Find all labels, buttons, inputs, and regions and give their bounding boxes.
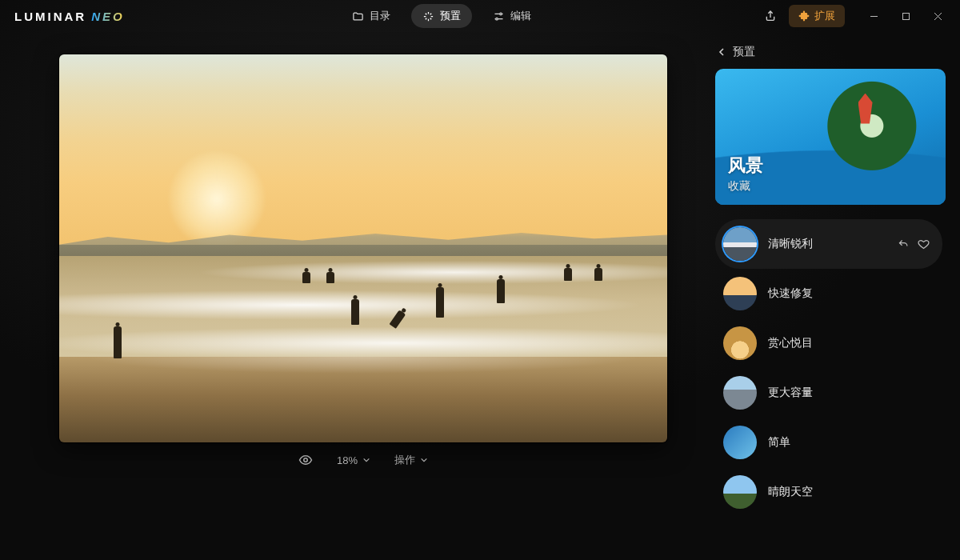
chevron-down-icon <box>362 456 370 464</box>
extensions-button[interactable]: 扩展 <box>789 5 845 27</box>
extensions-label: 扩展 <box>814 9 835 23</box>
nav-edit[interactable]: 编辑 <box>482 4 542 28</box>
window-controls <box>858 5 954 27</box>
app-window: LUMINAR NEO 目录 预置 编辑 扩展 <box>0 0 960 560</box>
svg-point-0 <box>500 13 502 15</box>
preset-item-quick[interactable]: 快速修复 <box>715 269 942 318</box>
preset-item-crisp[interactable]: 清晰锐利 <box>715 219 942 269</box>
preset-label: 清晰锐利 <box>768 237 886 251</box>
app-logo: LUMINAR NEO <box>14 10 125 23</box>
nav-presets-label: 预置 <box>440 9 461 23</box>
svg-rect-2 <box>902 13 909 19</box>
main-nav: 目录 预置 编辑 <box>125 4 758 28</box>
actions-label: 操作 <box>394 453 415 467</box>
window-close[interactable] <box>922 5 954 27</box>
svg-point-1 <box>496 18 498 20</box>
preset-thumb <box>723 475 757 509</box>
zoom-dropdown[interactable]: 18% <box>337 454 370 466</box>
sliders-icon <box>493 10 505 22</box>
puzzle-icon <box>798 10 810 22</box>
preset-label: 赏心悦目 <box>768 336 934 350</box>
preset-label: 更大容量 <box>768 386 934 400</box>
maximize-icon <box>902 12 910 21</box>
preset-thumb <box>723 426 757 459</box>
actions-dropdown[interactable]: 操作 <box>394 453 428 467</box>
logo-text-neo: NEO <box>91 10 125 23</box>
window-maximize[interactable] <box>890 5 922 27</box>
preset-label: 快速修复 <box>768 286 934 301</box>
viewer-toolbar: 18% 操作 <box>22 442 704 478</box>
preset-item-simple[interactable]: 简单 <box>715 418 942 467</box>
preset-thumb <box>723 376 757 410</box>
close-icon <box>934 12 942 21</box>
zoom-value: 18% <box>337 454 358 466</box>
viewer: 18% 操作 <box>0 32 704 560</box>
share-button[interactable] <box>758 5 782 27</box>
preset-list[interactable]: 清晰锐利快速修复赏心悦目更大容量简单晴朗天空 <box>715 219 946 560</box>
preset-item-clearsky[interactable]: 晴朗天空 <box>715 467 942 517</box>
category-subtitle: 收藏 <box>728 179 763 194</box>
category-title: 风景 <box>728 154 763 178</box>
preset-category-card[interactable]: 风景 收藏 <box>715 69 946 205</box>
folder-icon <box>352 10 364 22</box>
sidebar-back[interactable]: 预置 <box>715 43 946 69</box>
titlebar-right: 扩展 <box>758 5 954 27</box>
nav-catalog-label: 目录 <box>370 9 390 23</box>
nav-presets[interactable]: 预置 <box>411 4 472 28</box>
logo-text-main: LUMINAR <box>14 10 86 23</box>
sparkle-icon <box>422 10 434 22</box>
nav-catalog[interactable]: 目录 <box>341 4 402 28</box>
preset-actions <box>898 238 930 250</box>
preset-thumb <box>723 277 757 310</box>
undo-button[interactable] <box>898 238 910 250</box>
compare-toggle[interactable] <box>298 453 313 467</box>
content-row: 18% 操作 预置 风景 收藏 清晰 <box>0 32 960 560</box>
category-label: 风景 收藏 <box>728 154 763 194</box>
titlebar: LUMINAR NEO 目录 预置 编辑 扩展 <box>0 0 960 32</box>
sidebar-back-label: 预置 <box>733 45 755 59</box>
preset-item-pleasant[interactable]: 赏心悦目 <box>715 318 942 368</box>
svg-point-3 <box>304 458 308 462</box>
preset-label: 简单 <box>768 435 934 450</box>
preset-thumb <box>723 326 757 360</box>
share-icon <box>764 10 777 22</box>
minimize-icon <box>870 12 878 21</box>
nav-edit-label: 编辑 <box>510 9 531 23</box>
window-minimize[interactable] <box>858 5 890 27</box>
undo-icon <box>898 238 910 250</box>
heart-icon <box>918 238 930 250</box>
preset-label: 晴朗天空 <box>768 485 934 499</box>
chevron-left-icon <box>717 47 726 57</box>
eye-icon <box>298 453 313 467</box>
image-canvas[interactable] <box>59 54 667 442</box>
preset-thumb <box>723 227 757 261</box>
presets-sidebar: 预置 风景 收藏 清晰锐利快速修复赏心悦目更大容量简单晴朗天空 <box>704 32 960 560</box>
chevron-down-icon <box>420 456 428 464</box>
favorite-button[interactable] <box>918 238 930 250</box>
preset-item-bigger[interactable]: 更大容量 <box>715 368 942 418</box>
preview-image <box>59 54 667 442</box>
